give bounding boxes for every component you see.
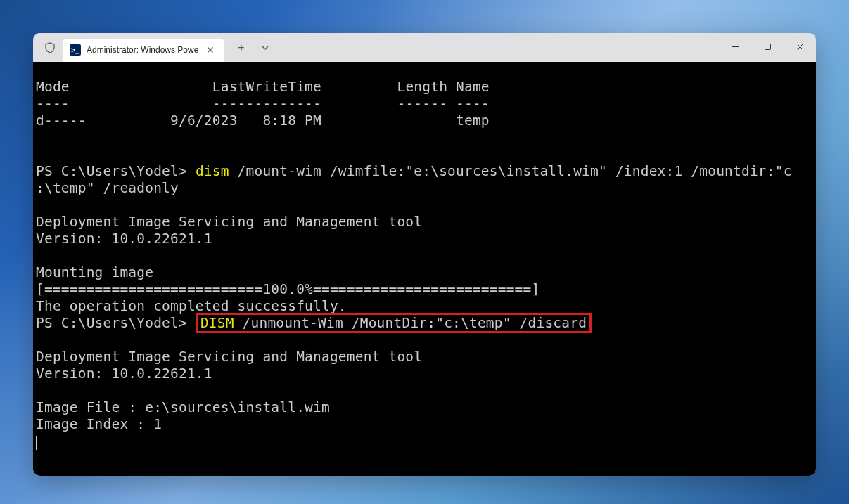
image-file-line: Image File : e:\sources\install.wim [36,399,330,415]
header-row: Mode LastWriteTime Length Name [36,79,490,95]
progress-line: [==========================100.0%=======… [36,281,540,297]
header-sep: ---- ------------- ------ ---- [36,96,490,112]
admin-shield-icon [43,41,57,55]
titlebar[interactable]: >_ Administrator: Windows Powe ✕ + [33,33,816,62]
tab-powershell[interactable]: >_ Administrator: Windows Powe ✕ [63,39,224,62]
cursor [36,436,37,450]
tab-dropdown-button[interactable] [255,38,275,58]
tab-title: Administrator: Windows Powe [87,45,203,55]
tool-line-1: Deployment Image Servicing and Managemen… [36,214,422,230]
close-button[interactable] [784,33,816,60]
mounting-line: Mounting image [36,264,153,280]
image-index-line: Image Index : 1 [36,416,162,432]
svg-rect-1 [765,44,770,49]
tab-close-button[interactable]: ✕ [203,43,217,57]
dir-row: d----- 9/6/2023 8:18 PM temp [36,112,490,129]
powershell-icon: >_ [70,44,81,56]
version-line-2: Version: 10.0.22621.1 [36,366,212,382]
window-controls [719,33,816,60]
prompt-line-1-wrap: :\temp" /readonly [36,180,179,196]
success-line: The operation completed successfully. [36,298,347,314]
maximize-button[interactable] [751,33,784,60]
new-tab-button[interactable]: + [231,38,251,58]
terminal-output[interactable]: Mode LastWriteTime Length Name ---- ----… [33,62,816,476]
tool-line-2: Deployment Image Servicing and Managemen… [36,349,422,365]
prompt-line-2: PS C:\Users\Yodel> DISM /unmount-Wim /Mo… [36,313,592,333]
prompt-line-1: PS C:\Users\Yodel> dism /mount-wim /wimf… [36,163,792,179]
terminal-window: >_ Administrator: Windows Powe ✕ + Mode … [33,33,816,476]
minimize-button[interactable] [719,33,751,60]
version-line-1: Version: 10.0.22621.1 [36,231,212,247]
